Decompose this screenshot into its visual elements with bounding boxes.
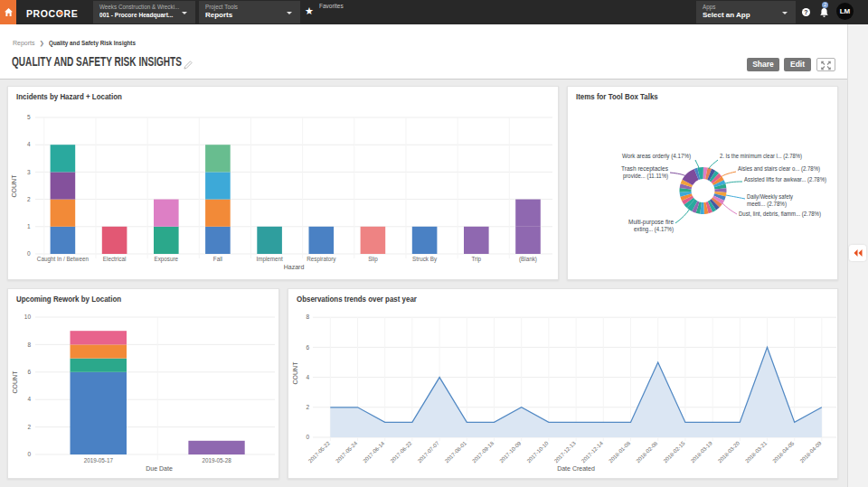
svg-text:2017-12-14: 2017-12-14 — [580, 440, 604, 464]
svg-text:2017-10-09: 2017-10-09 — [498, 440, 522, 464]
svg-text:Caught In / Between: Caught In / Between — [37, 256, 90, 263]
svg-text:2019-05-28: 2019-05-28 — [202, 457, 231, 464]
svg-text:2017-06-14: 2017-06-14 — [362, 440, 385, 464]
svg-text:0: 0 — [27, 250, 31, 257]
svg-text:2017-08-01: 2017-08-01 — [444, 440, 467, 464]
svg-text:6: 6 — [306, 344, 309, 351]
svg-text:4: 4 — [27, 396, 31, 402]
svg-text:2017-05-22: 2017-05-22 — [307, 440, 331, 464]
svg-text:exting... (4.17%): exting... (4.17%) — [634, 226, 674, 233]
svg-text:COUNT: COUNT — [292, 361, 298, 385]
svg-text:4: 4 — [306, 374, 309, 380]
svg-text:Due Date: Due Date — [146, 465, 173, 472]
svg-text:Hazard: Hazard — [284, 264, 305, 270]
svg-text:Date Created: Date Created — [557, 465, 595, 472]
svg-text:Struck By: Struck By — [412, 256, 438, 263]
svg-text:0: 0 — [27, 451, 31, 457]
svg-text:2018-03-21: 2018-03-21 — [744, 440, 768, 464]
svg-text:Exposure: Exposure — [154, 256, 178, 263]
svg-text:2018-01-08: 2018-01-08 — [608, 440, 631, 464]
svg-text:Trip: Trip — [471, 256, 481, 263]
svg-text:Slip: Slip — [368, 256, 378, 263]
svg-text:2018-02-15: 2018-02-15 — [663, 440, 686, 464]
svg-text:0: 0 — [306, 434, 309, 440]
svg-text:8: 8 — [27, 342, 31, 348]
svg-text:5: 5 — [27, 114, 31, 120]
svg-text:8: 8 — [306, 314, 309, 320]
svg-text:10: 10 — [24, 314, 32, 320]
svg-text:2019-05-17: 2019-05-17 — [84, 457, 114, 464]
svg-text:3: 3 — [27, 169, 31, 175]
svg-text:2: 2 — [306, 404, 309, 410]
svg-text:2017-07-07: 2017-07-07 — [417, 440, 440, 464]
svg-text:2017-06-22: 2017-06-22 — [390, 440, 413, 464]
svg-text:Aisles and stairs clear o... (: Aisles and stairs clear o... (2.78%) — [738, 165, 820, 173]
svg-text:2: 2 — [27, 424, 31, 430]
svg-text:2017-09-18: 2017-09-18 — [471, 440, 495, 464]
svg-text:Multi-purpose fire: Multi-purpose fire — [628, 219, 674, 226]
svg-text:2017-10-10: 2017-10-10 — [526, 440, 550, 464]
svg-text:Fall: Fall — [213, 256, 222, 262]
svg-text:Electrical: Electrical — [103, 256, 127, 262]
svg-text:Assisted lifts for awkwar... (: Assisted lifts for awkwar... (2.78%) — [744, 176, 826, 183]
svg-text:2017-12-13: 2017-12-13 — [553, 440, 577, 464]
svg-text:4: 4 — [27, 141, 31, 147]
svg-text:Trash receptacles: Trash receptacles — [621, 165, 668, 173]
svg-text:1: 1 — [27, 223, 31, 229]
svg-text:Dust, lint, debris, flamm... (: Dust, lint, debris, flamm... (2.78%) — [739, 211, 821, 218]
svg-text:Respiratory: Respiratory — [307, 256, 336, 263]
svg-text:2018-03-20: 2018-03-20 — [717, 440, 741, 464]
svg-text:2: 2 — [27, 196, 31, 202]
svg-text:COUNT: COUNT — [12, 370, 18, 394]
svg-text:COUNT: COUNT — [11, 174, 17, 198]
svg-text:Work areas orderly (4.17%): Work areas orderly (4.17%) — [622, 153, 691, 160]
svg-text:meeti... (2.78%): meeti... (2.78%) — [747, 201, 787, 208]
svg-text:Implement: Implement — [256, 256, 283, 263]
svg-text:2018-02-08: 2018-02-08 — [635, 440, 658, 464]
svg-text:2018-03-19: 2018-03-19 — [690, 440, 713, 464]
svg-text:2018-04-09: 2018-04-09 — [799, 440, 823, 464]
svg-text:2017-05-24: 2017-05-24 — [335, 440, 358, 464]
svg-text:(Blank): (Blank) — [519, 256, 537, 263]
svg-text:provide... (11.11%): provide... (11.11%) — [623, 173, 668, 180]
svg-text:2018-04-05: 2018-04-05 — [771, 440, 795, 464]
svg-text:2. Is the minimum clear l... (: 2. Is the minimum clear l... (2.78%) — [720, 153, 802, 160]
svg-text:6: 6 — [27, 369, 31, 375]
svg-text:Daily/Weekly safety: Daily/Weekly safety — [747, 193, 793, 201]
